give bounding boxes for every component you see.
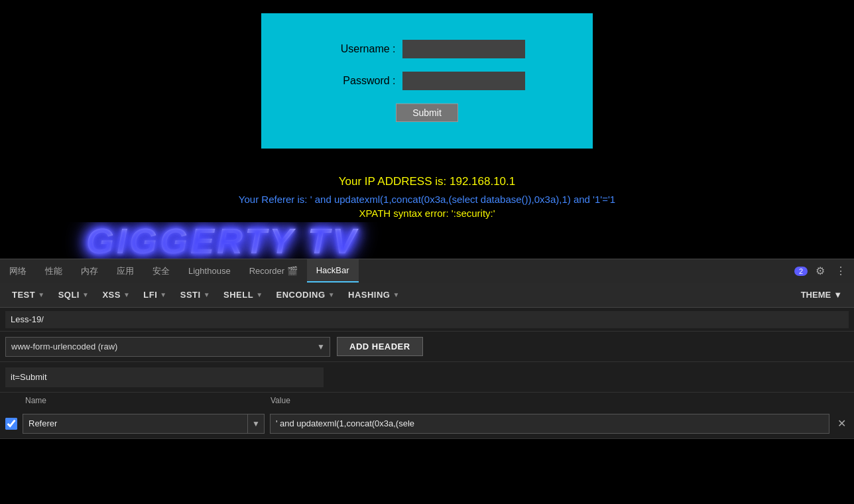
shell-arrow-icon: ▼ — [256, 291, 263, 298]
menu-ssti[interactable]: SSTI ▼ — [174, 283, 217, 307]
url-input[interactable] — [5, 311, 849, 328]
lfi-arrow-icon: ▼ — [160, 291, 166, 298]
tab-security[interactable]: 安全 — [143, 259, 179, 283]
info-text-area: Your IP ADDRESS is: 192.168.10.1 Your Re… — [239, 175, 615, 219]
menu-lfi[interactable]: LFI ▼ — [137, 283, 173, 307]
tab-lighthouse[interactable]: Lighthouse — [179, 259, 240, 283]
username-input[interactable] — [402, 40, 525, 58]
login-box: Username : Password : Submit — [261, 13, 593, 149]
header-row: ▼ ✕ — [0, 409, 854, 439]
value-column-label: Value — [271, 396, 290, 405]
tab-performance[interactable]: 性能 — [36, 259, 72, 283]
tab-recorder[interactable]: Recorder 🎬 — [240, 259, 307, 283]
password-label: Password : — [330, 75, 396, 87]
header-value-input[interactable] — [270, 414, 829, 434]
glow-text: GIGGERTY TV — [86, 222, 359, 259]
submit-button[interactable]: Submit — [396, 103, 458, 122]
password-input[interactable] — [402, 72, 525, 90]
xpath-text: XPATH syntax error: ':security:' — [239, 208, 615, 219]
username-row: Username : — [281, 40, 573, 58]
header-delete-icon[interactable]: ✕ — [835, 417, 849, 430]
header-checkbox[interactable] — [5, 418, 17, 430]
devtools-tabbar: 网络 性能 内存 应用 安全 Lighthouse Recorder 🎬 Hac… — [0, 259, 854, 283]
hackbar-menu: TEST ▼ SQLI ▼ XSS ▼ LFI ▼ SSTI ▼ SHELL ▼… — [0, 283, 854, 308]
theme-arrow-icon: ▼ — [833, 290, 842, 300]
header-name-wrapper: ▼ — [23, 414, 265, 434]
hackbar-area: TEST ▼ SQLI ▼ XSS ▼ LFI ▼ SSTI ▼ SHELL ▼… — [0, 283, 854, 439]
add-header-button[interactable]: ADD HEADER — [337, 337, 423, 356]
header-name-dropdown-icon[interactable]: ▼ — [248, 414, 265, 434]
url-bar — [0, 308, 854, 332]
post-data-input[interactable] — [5, 367, 324, 387]
password-row: Password : — [281, 72, 573, 90]
menu-test[interactable]: TEST ▼ — [5, 283, 52, 307]
ip-text: Your IP ADDRESS is: 192.168.10.1 — [239, 175, 615, 188]
body-select-wrapper: www-form-urlencoded (raw) ▼ — [5, 337, 330, 357]
test-arrow-icon: ▼ — [38, 291, 44, 298]
menu-encoding[interactable]: ENCODING ▼ — [270, 283, 341, 307]
menu-shell[interactable]: SHELL ▼ — [217, 283, 270, 307]
encoding-arrow-icon: ▼ — [328, 291, 335, 298]
tab-memory[interactable]: 内存 — [72, 259, 107, 283]
ssti-arrow-icon: ▼ — [204, 291, 210, 298]
username-label: Username : — [330, 43, 396, 55]
sqli-arrow-icon: ▼ — [82, 291, 89, 298]
more-options-icon[interactable]: ⋮ — [833, 263, 849, 279]
xss-arrow-icon: ▼ — [123, 291, 130, 298]
menu-hashing[interactable]: HASHING ▼ — [341, 283, 406, 307]
notification-badge: 2 — [794, 267, 808, 276]
tab-hackbar[interactable]: HackBar — [307, 259, 359, 283]
header-name-input[interactable] — [23, 414, 248, 434]
labels-row: Name Value — [0, 393, 854, 409]
body-type-select[interactable]: www-form-urlencoded (raw) — [5, 337, 330, 357]
hashing-arrow-icon: ▼ — [393, 291, 399, 298]
tab-application[interactable]: 应用 — [107, 259, 143, 283]
glow-area: GIGGERTY TV — [0, 222, 854, 259]
referer-text: Your Referer is: ' and updatexml(1,conca… — [239, 194, 615, 205]
webpage-area: Username : Password : Submit Your IP ADD… — [0, 0, 854, 259]
tab-network[interactable]: 网络 — [0, 259, 36, 283]
menu-sqli[interactable]: SQLI ▼ — [52, 283, 96, 307]
devtools-right-controls: 2 ⚙ ⋮ — [794, 263, 854, 279]
body-bar: www-form-urlencoded (raw) ▼ ADD HEADER — [0, 332, 854, 362]
post-bar — [0, 362, 854, 393]
submit-row: Submit — [281, 103, 573, 122]
name-column-label: Name — [25, 396, 271, 405]
settings-icon[interactable]: ⚙ — [813, 263, 827, 279]
menu-xss[interactable]: XSS ▼ — [95, 283, 137, 307]
menu-theme[interactable]: THEME ▼ — [794, 283, 849, 307]
